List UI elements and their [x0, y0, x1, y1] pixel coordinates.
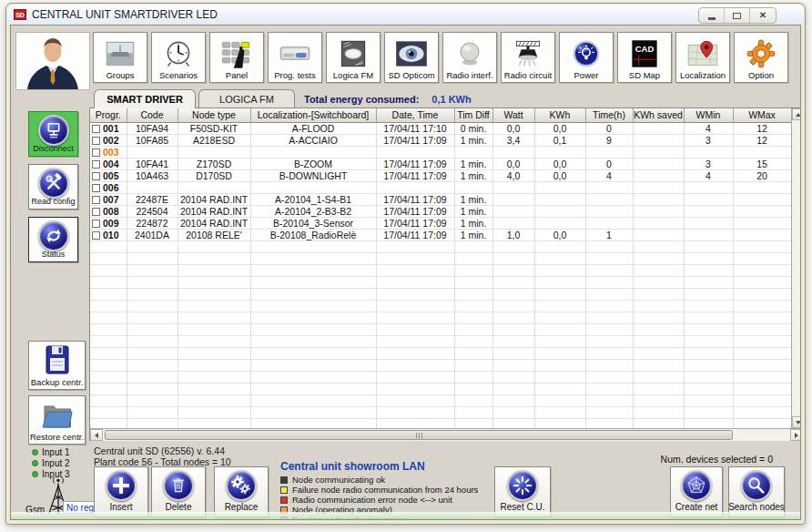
toolbar-button-prog-tests[interactable]: Prog. tests: [268, 32, 322, 83]
input-1-led: [32, 449, 38, 455]
row-checkbox[interactable]: [92, 231, 100, 240]
table-row[interactable]: 00410FA41Z170SDB-ZOOM17/04/11 17:091 min…: [90, 158, 791, 169]
scroll-right-arrow[interactable]: [790, 429, 801, 441]
app-icon: SD: [14, 9, 26, 20]
table-row[interactable]: 00510A463D170SDB-DOWNLIGHT17/04/11 17:09…: [90, 169, 791, 181]
minimize-button[interactable]: [699, 8, 725, 23]
toolbar-button-localization[interactable]: Localization: [675, 32, 730, 83]
table-row[interactable]: 0102401DA20108 RELE'B-20108_RadioRelè17/…: [90, 229, 791, 240]
row-checkbox[interactable]: [92, 137, 100, 145]
toolbar-button-power[interactable]: Power: [559, 32, 614, 83]
table-row-empty: [90, 347, 791, 359]
scroll-up-arrow[interactable]: [792, 108, 801, 120]
col-node-type[interactable]: Node type: [178, 108, 250, 122]
toolbar-button-radio-circuit[interactable]: Radio circuit: [501, 32, 555, 83]
legend-label: Radio communication error node <--> unit: [292, 495, 452, 505]
horizontal-scroll-thumb[interactable]: [105, 430, 733, 440]
row-checkbox[interactable]: [92, 220, 100, 228]
scroll-down-arrow[interactable]: [792, 416, 801, 428]
col-progr[interactable]: Progr.: [90, 108, 127, 122]
read-config-button[interactable]: Read config: [28, 164, 78, 210]
toolbar-button-sd-map[interactable]: CAD SD Map: [617, 32, 672, 83]
clock-icon: [159, 38, 198, 69]
table-row-empty: [90, 264, 791, 276]
input-2-led: [32, 460, 38, 466]
vertical-scrollbar[interactable]: [791, 108, 801, 428]
create-net-button[interactable]: Create net: [670, 466, 723, 517]
table-row[interactable]: 00822450420104 RAD.INTA-20104_2-B3-B217/…: [90, 205, 791, 217]
left-triangle-icon: [95, 433, 98, 438]
row-checkbox[interactable]: [92, 172, 100, 180]
table-row-empty: [90, 335, 791, 347]
col-watt[interactable]: Watt: [492, 108, 534, 122]
restore-central-button[interactable]: Restore centr.: [28, 395, 86, 445]
table-row[interactable]: 00110FA94F50SD-KITA-FLOOD17/04/11 17:100…: [90, 122, 791, 134]
reset-cu-button[interactable]: Reset C.U.: [494, 466, 551, 517]
col-date-time[interactable]: Date, Time: [376, 108, 454, 122]
node-table-view: Progr. Code Node type Localization-[Swit…: [90, 108, 791, 428]
gsm-status-badge: No reg: [63, 501, 97, 514]
col-code[interactable]: Code: [127, 108, 178, 122]
col-time-h[interactable]: Time(h): [585, 108, 633, 122]
insert-button[interactable]: Insert: [94, 466, 148, 517]
toolbar-button-sd-opticom[interactable]: SD Opticom: [384, 32, 439, 83]
toolbar-label: Radio circuit: [504, 69, 552, 82]
status-button[interactable]: Status: [28, 217, 78, 262]
table-row[interactable]: 00722487E20104 RAD.INTA-20104_1-S4-B117/…: [90, 193, 791, 205]
plus-icon: [106, 470, 137, 501]
groups-icon: [101, 38, 139, 69]
row-checkbox[interactable]: [92, 160, 100, 169]
total-energy-label: Total energy consumed:: [304, 94, 419, 105]
col-wmin[interactable]: WMin: [684, 108, 733, 122]
replace-button[interactable]: Replace: [214, 466, 269, 517]
scroll-left-arrow[interactable]: [90, 429, 103, 441]
tools-icon: [38, 168, 69, 199]
input-2-indicator: Input 2: [32, 458, 70, 468]
table-row[interactable]: 00922487220104 RAD.INTB-20104_3-Sensor17…: [90, 217, 791, 229]
table-row-empty: [90, 323, 791, 335]
table-row[interactable]: 003: [90, 146, 791, 158]
row-checkbox[interactable]: [92, 208, 100, 216]
toolbar-label: Panel: [226, 69, 248, 82]
row-checkbox[interactable]: [92, 184, 100, 192]
legend-label: Node communicating ok: [292, 475, 385, 485]
table-row[interactable]: 00210FA85A218ESDA-ACCIAIO17/04/11 17:091…: [90, 134, 791, 146]
table-row[interactable]: 006: [90, 181, 791, 193]
disconnect-button[interactable]: Disconnect: [28, 111, 78, 157]
toolbar-button-scenarios[interactable]: Scenarios: [151, 32, 206, 83]
create-net-label: Create net: [675, 502, 718, 512]
right-triangle-icon: [795, 433, 798, 438]
search-nodes-button[interactable]: Search nodes: [728, 466, 785, 517]
table-row-empty: [90, 312, 791, 323]
toolbar-button-panel[interactable]: Panel: [209, 32, 264, 83]
col-wmax[interactable]: WMax: [733, 108, 791, 122]
row-checkbox[interactable]: [92, 148, 100, 157]
tab-logica-fm[interactable]: LOGICA FM: [198, 89, 295, 108]
col-kwh[interactable]: KWh: [534, 108, 585, 122]
delete-button[interactable]: Delete: [151, 466, 206, 517]
toolbar-button-groups[interactable]: Groups: [93, 32, 147, 83]
restore-button[interactable]: [725, 8, 750, 23]
title-bar[interactable]: SD CENTRAL UNIT SMARTDRIVER LED ✕: [7, 5, 804, 25]
table-row-empty: [90, 288, 791, 300]
row-checkbox[interactable]: [92, 196, 100, 204]
row-checkbox[interactable]: [92, 125, 100, 133]
up-triangle-icon: [796, 113, 801, 117]
col-kwh-saved[interactable]: KWh saved: [633, 108, 684, 122]
col-tim-diff[interactable]: Tim Diff: [454, 108, 492, 122]
toolbar-button-logica-fm[interactable]: Logica FM: [326, 32, 381, 83]
close-button[interactable]: ✕: [750, 8, 776, 23]
horizontal-scrollbar[interactable]: [90, 428, 801, 441]
tab-smart-driver[interactable]: SMART DRIVER: [94, 89, 196, 108]
keypad-hand-icon: [218, 38, 256, 69]
legend-list: Node communicating okFailure node radio …: [280, 475, 478, 520]
input-1-label: Input 1: [42, 447, 70, 457]
toolbar-button-radio-interf[interactable]: Radio interf.: [442, 32, 497, 83]
backup-central-button[interactable]: Backup centr.: [28, 341, 86, 390]
central-unit-version: Central unit SD (62556) v. 6.44: [94, 445, 225, 456]
node-table-panel: Progr. Code Node type Localization-[Swit…: [89, 107, 801, 441]
reset-burst-icon: [507, 470, 538, 501]
toolbar-button-option[interactable]: Option: [734, 32, 788, 83]
col-localization[interactable]: Localization-[Switchboard]: [250, 108, 376, 122]
legend-item: Node (operating anomaly): [280, 505, 478, 515]
